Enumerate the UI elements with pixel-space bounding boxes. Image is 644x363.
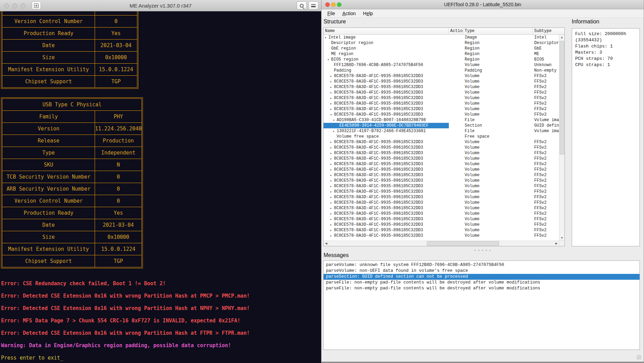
horizontal-scrollbar-thumb[interactable] — [427, 241, 499, 246]
collapsed-arrow-icon[interactable]: ▸ — [330, 107, 334, 112]
tree-row[interactable]: ▸8C8CE578-8A3D-4F1C-9935-896185C32DD3Vol… — [324, 205, 559, 211]
window-button-icon[interactable] — [12, 3, 17, 8]
collapsed-arrow-icon[interactable]: ▸ — [330, 217, 334, 222]
collapsed-arrow-icon[interactable]: ▸ — [330, 189, 334, 194]
message-line[interactable]: parseVolume: non-UEFI data found in volu… — [324, 268, 640, 274]
column-header-action[interactable]: Action — [449, 28, 463, 34]
tree-row[interactable]: ▸8C8CE578-8A3D-4F1C-9935-896185C32DD3Vol… — [324, 101, 559, 106]
menu-action[interactable]: Action — [342, 9, 356, 18]
tree-row[interactable]: ▸8C8CE578-8A3D-4F1C-9935-896185C32DD3Vol… — [324, 200, 559, 205]
tree-row[interactable]: ▸8C8CE578-8A3D-4F1C-9935-896185C32DD3Vol… — [324, 233, 559, 238]
expanded-arrow-icon[interactable]: ▾ — [325, 35, 328, 40]
terminal-titlebar[interactable]: ME Analyzer v1.307.0 r347 + — [0, 0, 321, 11]
collapsed-arrow-icon[interactable]: ▸ — [330, 222, 334, 227]
tree-row[interactable]: ▸8C8CE578-8A3D-4F1C-9935-896185C32DD3Vol… — [324, 106, 559, 112]
resize-grip[interactable] — [636, 355, 641, 360]
tree-row[interactable]: ▾Intel imageImageIntel — [324, 35, 559, 40]
tree-row[interactable]: ▸8C8CE578-8A3D-4F1C-9935-896185C32DD3Vol… — [324, 167, 559, 172]
message-line[interactable]: parseFile: non-empty pad-file contents w… — [324, 286, 640, 291]
terminal-output-area[interactable]: Version Control Number0Production ReadyY… — [0, 11, 321, 363]
tree-row[interactable]: PaddingPaddingNon-empty — [324, 68, 559, 73]
tree-row[interactable]: ▸8C8CE578-8A3D-4F1C-9935-896185C32DD3Vol… — [324, 183, 559, 189]
collapsed-arrow-icon[interactable]: ▸ — [330, 228, 334, 233]
tree-cell-action — [449, 194, 463, 200]
tree-row[interactable]: Descriptor regionRegionDescriptor — [324, 40, 559, 46]
tree-row[interactable]: ▸8C8CE578-8A3D-4F1C-9935-896185C32DD3Vol… — [324, 172, 559, 178]
collapsed-arrow-icon[interactable]: ▸ — [330, 167, 334, 172]
tree-row[interactable]: GbE regionRegionGbE — [324, 46, 559, 51]
tree-row[interactable]: ▸8C8CE578-8A3D-4F1C-9935-896185C32DD3Vol… — [324, 194, 559, 200]
scroll-left-icon[interactable]: ◀ — [324, 241, 329, 246]
tree-row[interactable]: ▸1303221F-4197-B792-2466-F49E45233681Fil… — [324, 128, 559, 134]
tree-row[interactable]: ▸8C8CE578-8A3D-4F1C-9935-896185C32DD3Vol… — [324, 227, 559, 233]
tree-row[interactable]: ▸8C8CE578-8A3D-4F1C-9935-896185C32DD3Vol… — [324, 189, 559, 194]
tree-row[interactable]: ▸8C8CE578-8A3D-4F1C-9935-896185C32DD3Vol… — [324, 145, 559, 150]
tree-row[interactable]: ▸8C8CE578-8A3D-4F1C-9935-896185C32DD3Vol… — [324, 216, 559, 222]
tree-row[interactable]: ▸8C8CE578-8A3D-4F1C-9935-896185C32DD3Vol… — [324, 139, 559, 145]
column-header-type[interactable]: Type — [463, 28, 533, 34]
expanded-arrow-icon[interactable]: ▾ — [330, 112, 334, 117]
vertical-scrollbar-thumb[interactable] — [560, 41, 564, 154]
collapsed-arrow-icon[interactable]: ▸ — [330, 211, 334, 216]
collapsed-arrow-icon[interactable]: ▸ — [330, 151, 334, 156]
collapsed-arrow-icon[interactable]: ▸ — [330, 233, 334, 238]
collapsed-arrow-icon[interactable]: ▸ — [330, 178, 334, 183]
tree-row[interactable]: ▸8C8CE578-8A3D-4F1C-9935-896185C32DD3Vol… — [324, 211, 559, 216]
menu-button[interactable] — [308, 1, 318, 10]
collapsed-arrow-icon[interactable]: ▸ — [330, 173, 334, 178]
tree-row[interactable]: ▸8C8CE578-8A3D-4F1C-9935-896185C32DD3Vol… — [324, 161, 559, 167]
tree-row[interactable]: ▸8C8CE578-8A3D-4F1C-9935-896185C32DD3Vol… — [324, 90, 559, 95]
vertical-scrollbar[interactable]: ▲ ▼ — [559, 35, 564, 241]
column-header-subtype[interactable]: Subtype — [533, 28, 564, 34]
tree-row[interactable]: ▾AD198BA5-C330-41CD-B097-16488328B798Fil… — [324, 117, 559, 123]
tree-row[interactable]: ▸8C8CE578-8A3D-4F1C-9935-896185C32DD3Vol… — [324, 79, 559, 84]
collapsed-arrow-icon[interactable]: ▸ — [333, 129, 337, 134]
window-button-icon[interactable] — [21, 3, 25, 8]
tree-row[interactable]: ▸8C8CE578-8A3D-4F1C-9935-896185C32DD3Vol… — [324, 222, 559, 227]
tree-row[interactable]: Volume free spaceFree space — [324, 134, 559, 139]
menu-help[interactable]: Help — [363, 9, 373, 18]
splitter-handle[interactable]: • • • • • — [472, 248, 494, 252]
tree-row[interactable]: ▾BIOS regionRegionBIOS — [324, 57, 559, 62]
collapsed-arrow-icon[interactable]: ▸ — [330, 162, 334, 167]
tree-row[interactable]: ▸8C8CE578-8A3D-4F1C-9935-896185C32DD3Vol… — [324, 178, 559, 183]
tree-row[interactable]: ▸8C8CE578-8A3D-4F1C-9935-896185C32DD3Vol… — [324, 150, 559, 156]
collapsed-arrow-icon[interactable]: ▸ — [330, 206, 334, 211]
message-line[interactable]: parseFile: non-empty pad-file contents w… — [324, 280, 640, 286]
tree-row[interactable]: ▾8C8CE578-8A3D-4F1C-9935-896185C32DD3Vol… — [324, 112, 559, 117]
horizontal-scrollbar[interactable]: ◀ ▶ — [324, 241, 559, 246]
scroll-right-icon[interactable]: ▶ — [554, 241, 559, 246]
tree-item-name: 8C8CE578-8A3D-4F1C-9935-896185C32DD3 — [334, 85, 423, 89]
collapsed-arrow-icon[interactable]: ▸ — [330, 85, 334, 90]
tree-row[interactable]: FFF12B8D-7696-4C8B-A985-2747075B4F50Volu… — [324, 62, 559, 68]
expanded-arrow-icon[interactable]: ▾ — [327, 57, 331, 62]
window-button-icon[interactable] — [4, 3, 9, 8]
collapsed-arrow-icon[interactable]: ▸ — [330, 90, 334, 95]
search-button[interactable] — [297, 1, 307, 10]
tree-row[interactable]: ▸8C8CE578-8A3D-4F1C-9935-896185C32DD3Vol… — [324, 156, 559, 161]
scroll-down-icon[interactable]: ▼ — [559, 235, 564, 241]
column-header-name[interactable]: Name — [324, 28, 449, 34]
uefitool-titlebar[interactable]: UEFITool 0.28.0 - Latitude_5520.bin — [321, 0, 644, 9]
tree-row-selected[interactable]: EE4E5898-3914-4259-9D6E-DC7BD79403CFSect… — [324, 123, 559, 128]
collapsed-arrow-icon[interactable]: ▸ — [330, 74, 334, 79]
collapsed-arrow-icon[interactable]: ▸ — [330, 140, 334, 145]
tree-row[interactable]: ▸8C8CE578-8A3D-4F1C-9935-896185C32DD3Vol… — [324, 84, 559, 90]
collapsed-arrow-icon[interactable]: ▸ — [330, 184, 334, 189]
collapsed-arrow-icon[interactable]: ▸ — [330, 156, 334, 161]
tree-row[interactable]: ▸8C8CE578-8A3D-4F1C-9935-896185C32DD3Vol… — [324, 95, 559, 101]
tree-row[interactable]: ME regionRegionME — [324, 51, 559, 57]
collapsed-arrow-icon[interactable]: ▸ — [330, 200, 334, 205]
message-line-selected[interactable]: parseSection: GUID defined section can n… — [324, 274, 640, 280]
collapsed-arrow-icon[interactable]: ▸ — [330, 101, 334, 106]
tree-row[interactable]: ▸8C8CE578-8A3D-4F1C-9935-896185C32DD3Vol… — [324, 73, 559, 79]
expanded-arrow-icon[interactable]: ▾ — [333, 118, 337, 123]
new-tab-button[interactable]: + — [32, 1, 41, 10]
message-line[interactable]: parseVolume: unknown file system FFF12B8… — [324, 262, 640, 268]
collapsed-arrow-icon[interactable]: ▸ — [330, 145, 334, 150]
collapsed-arrow-icon[interactable]: ▸ — [330, 79, 334, 84]
scroll-up-icon[interactable]: ▲ — [559, 35, 564, 40]
menu-file[interactable]: File — [327, 9, 335, 18]
collapsed-arrow-icon[interactable]: ▸ — [330, 96, 334, 101]
collapsed-arrow-icon[interactable]: ▸ — [330, 195, 334, 200]
